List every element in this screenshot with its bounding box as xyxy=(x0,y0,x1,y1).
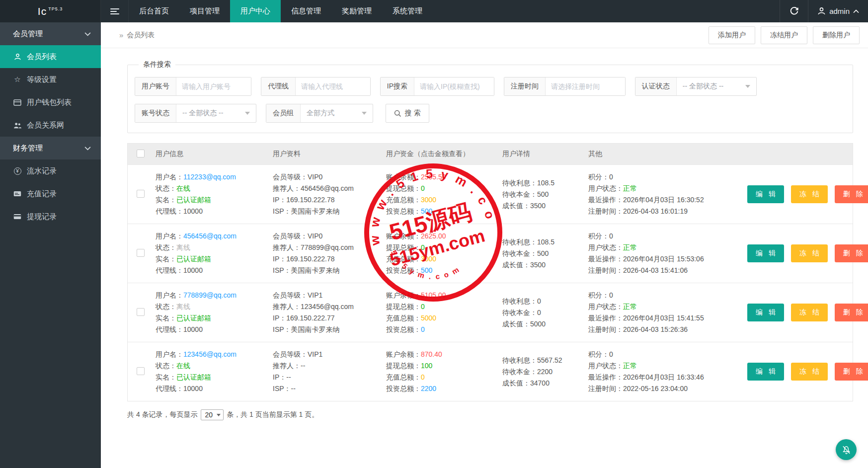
header-user-detail: 用户详情 xyxy=(502,150,588,158)
page-size-select[interactable]: 20 xyxy=(201,409,224,420)
invest-amount-link[interactable]: 2200 xyxy=(421,385,436,392)
header-user-info: 用户信息 xyxy=(156,150,273,158)
last-operation-time: 2026年04月03日 16:33:46 xyxy=(623,373,704,381)
online-status: 在线 xyxy=(176,184,190,192)
row-checkbox[interactable] xyxy=(137,308,145,316)
member-group-select[interactable]: 全部方式 xyxy=(301,104,373,122)
nav-item-home[interactable]: 后台首页 xyxy=(129,0,179,22)
username-link[interactable]: 456456@qq.com xyxy=(183,232,237,240)
freeze-user-button[interactable]: 冻结用户 xyxy=(761,26,807,44)
user-status: 正常 xyxy=(623,184,637,192)
delete-user-button[interactable]: 删除用户 xyxy=(813,26,860,44)
edit-button[interactable]: 编 辑 xyxy=(747,363,784,381)
ip-field-group: IP搜索 xyxy=(380,77,494,96)
auth-status-field-group: 认证状态 -- 全部状态 -- xyxy=(635,77,757,96)
sidebar-group-finance[interactable]: 财务管理 xyxy=(0,137,101,159)
withdraw-amount-link[interactable]: 0 xyxy=(421,184,425,192)
withdraw-amount-link[interactable]: 0 xyxy=(421,243,425,251)
pending-principal: 0 xyxy=(537,309,541,316)
last-operation-time: 2026年04月03日 16:30:52 xyxy=(623,196,704,204)
credit-card-icon xyxy=(13,214,22,220)
notification-float-button[interactable] xyxy=(836,439,857,460)
agent-line-input[interactable] xyxy=(296,78,370,95)
edit-button[interactable]: 编 辑 xyxy=(747,244,784,262)
balance-amount-link[interactable]: 2625.00 xyxy=(421,232,446,240)
nav-item-user-center[interactable]: 用户中心 xyxy=(230,0,281,22)
username-link[interactable]: 112233@qq.com xyxy=(183,173,236,181)
sidebar-item-level-settings[interactable]: ☆ 等级设置 xyxy=(0,68,101,91)
invest-amount-link[interactable]: 500 xyxy=(421,266,432,274)
row-checkbox[interactable] xyxy=(137,249,145,257)
invest-amount-link[interactable]: 0 xyxy=(421,325,425,333)
sidebar-group-members[interactable]: 会员管理 xyxy=(0,22,101,45)
app-logo: Ic TP5.3 xyxy=(0,0,101,22)
account-state-field-group: 账号状态 -- 全部状态 -- xyxy=(135,104,256,123)
sidebar-item-wallet-list[interactable]: 用户钱包列表 xyxy=(0,91,101,114)
member-table: 用户信息 用户资料 用户资金（点击金额查看） 用户详情 其他 用户名：11223… xyxy=(127,143,853,401)
ip-search-input[interactable] xyxy=(414,78,494,95)
sidebar-item-recharge-log[interactable]: 充值记录 xyxy=(0,182,101,205)
member-level: VIP1 xyxy=(308,291,322,299)
nav-item-rewards[interactable]: 奖励管理 xyxy=(331,0,382,22)
account-field-group: 用户账号 xyxy=(135,77,251,96)
edit-button[interactable]: 编 辑 xyxy=(747,304,784,321)
nav-item-system[interactable]: 系统管理 xyxy=(382,0,433,22)
nav-item-projects[interactable]: 项目管理 xyxy=(179,0,230,22)
freeze-button[interactable]: 冻 结 xyxy=(791,244,828,262)
sidebar-item-withdraw-log[interactable]: 提现记录 xyxy=(0,205,101,228)
select-all-checkbox[interactable] xyxy=(137,150,145,157)
withdraw-amount-link[interactable]: 100 xyxy=(421,362,432,370)
balance-amount-link[interactable]: 2505.50 xyxy=(421,173,446,181)
edit-button[interactable]: 编 辑 xyxy=(747,185,784,203)
username-link[interactable]: 778899@qq.com xyxy=(183,291,237,299)
user-menu[interactable]: admin xyxy=(808,0,868,22)
add-user-button[interactable]: 添加用户 xyxy=(709,26,755,44)
header-user-profile: 用户资料 xyxy=(273,150,386,158)
sidebar-item-member-list[interactable]: 会员列表 xyxy=(0,45,101,68)
wallet-icon xyxy=(13,99,22,106)
account-input[interactable] xyxy=(176,78,251,95)
sidebar-toggle-icon[interactable] xyxy=(101,0,129,22)
account-state-select[interactable]: -- 全部状态 -- xyxy=(176,104,256,122)
delete-button[interactable]: 删 除 xyxy=(835,185,868,203)
recharge-amount-link[interactable]: 3000 xyxy=(421,255,436,263)
isp-value: 美国南卡罗来纳 xyxy=(291,325,340,333)
chevron-down-icon xyxy=(84,146,91,151)
balance-amount-link[interactable]: 5105.00 xyxy=(421,291,446,299)
recharge-amount-link[interactable]: 3000 xyxy=(421,196,436,204)
sidebar-item-transaction-log[interactable]: ¥ 流水记录 xyxy=(0,159,101,182)
freeze-button[interactable]: 冻 结 xyxy=(791,304,828,321)
recharge-amount-link[interactable]: 5000 xyxy=(421,314,436,322)
online-status: 离线 xyxy=(176,243,190,251)
pending-interest: 0 xyxy=(537,297,541,305)
logo-version: TP5.3 xyxy=(48,6,63,11)
row-checkbox[interactable] xyxy=(137,190,145,198)
ip-value: -- xyxy=(286,373,291,381)
header-other: 其他 xyxy=(588,150,747,158)
delete-button[interactable]: 删 除 xyxy=(835,363,868,381)
auth-status-select[interactable]: -- 全部状态 -- xyxy=(677,78,756,95)
register-time-input[interactable] xyxy=(546,78,625,95)
users-icon xyxy=(13,122,22,129)
delete-button[interactable]: 删 除 xyxy=(835,244,868,262)
row-checkbox[interactable] xyxy=(137,367,145,375)
invest-amount-link[interactable]: 500 xyxy=(421,207,432,215)
regtime-field-group: 注册时间 xyxy=(504,77,626,96)
realname-status: 已认证邮箱 xyxy=(176,373,211,381)
delete-button[interactable]: 删 除 xyxy=(835,304,868,321)
member-level: VIP1 xyxy=(308,350,322,358)
freeze-button[interactable]: 冻 结 xyxy=(791,185,828,203)
pending-interest: 108.5 xyxy=(537,179,554,187)
star-icon: ☆ xyxy=(13,75,22,84)
nav-item-info[interactable]: 信息管理 xyxy=(281,0,331,22)
username-link[interactable]: 123456@qq.com xyxy=(183,350,237,358)
withdraw-amount-link[interactable]: 0 xyxy=(421,303,425,311)
search-button[interactable]: 搜 索 xyxy=(386,104,429,123)
balance-amount-link[interactable]: 870.40 xyxy=(421,350,442,358)
freeze-button[interactable]: 冻 结 xyxy=(791,363,828,381)
search-panel: 条件搜索 用户账号 代理线 IP搜索 注册时间 认证状态 -- 全部状态 xyxy=(127,60,853,133)
refresh-button[interactable] xyxy=(780,0,808,22)
recharge-amount-link[interactable]: 0 xyxy=(421,373,425,381)
sidebar-item-member-network[interactable]: 会员关系网 xyxy=(0,114,101,137)
member-level: VIP0 xyxy=(308,173,322,181)
